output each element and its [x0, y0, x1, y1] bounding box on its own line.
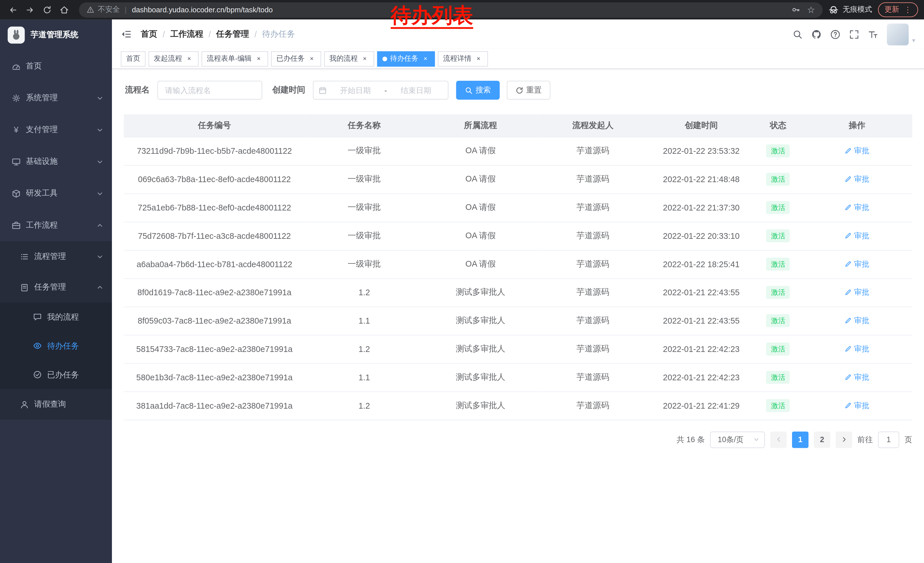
tab-todo-tasks[interactable]: 待办任务 × — [377, 51, 435, 66]
cell-status: 激活 — [754, 193, 802, 222]
user-icon — [20, 400, 29, 409]
approve-link[interactable]: 审批 — [845, 259, 869, 269]
fullscreen-icon[interactable] — [849, 29, 859, 39]
browser-update-button[interactable]: 更新 ⋮ — [878, 2, 918, 17]
reset-button[interactable]: 重置 — [507, 81, 550, 100]
cell-task-id: 725a1eb6-7b88-11ec-8ef0-acde48001122 — [124, 193, 305, 222]
update-label: 更新 — [885, 5, 899, 15]
top-navbar: 首页 / 工作流程 / 任务管理 / 待办任务 ▾ — [112, 20, 924, 49]
end-date-input[interactable] — [389, 86, 442, 95]
table-row: 725a1eb6-7b88-11ec-8ef0-acde48001122 一级审… — [124, 193, 912, 222]
cell-task-id: 381aa1dd-7ac8-11ec-a9e2-a2380e71991a — [124, 392, 305, 420]
close-icon[interactable]: × — [255, 54, 263, 63]
browser-forward-button[interactable] — [23, 3, 37, 17]
font-size-icon[interactable] — [868, 29, 878, 39]
password-key-icon[interactable] — [791, 6, 800, 14]
start-date-input[interactable] — [329, 86, 382, 95]
close-icon[interactable]: × — [474, 54, 483, 63]
url-text: dashboard.yudao.iocoder.cn/bpm/task/todo — [132, 6, 273, 14]
tab-start-process[interactable]: 发起流程 × — [148, 51, 199, 66]
help-icon[interactable] — [830, 29, 840, 39]
chevron-down-icon — [97, 95, 104, 101]
browser-home-button[interactable] — [57, 3, 71, 17]
approve-link[interactable]: 审批 — [845, 287, 869, 298]
approve-link[interactable]: 审批 — [845, 372, 869, 383]
cell-task-id: 580e1b3d-7ac8-11ec-a9e2-a2380e71991a — [124, 363, 305, 392]
approve-link[interactable]: 审批 — [845, 315, 869, 326]
cell-action: 审批 — [802, 250, 912, 278]
user-menu-caret-icon[interactable]: ▾ — [912, 37, 915, 44]
process-name-label: 流程名 — [125, 85, 149, 95]
sidebar-item-done-task[interactable]: 已办任务 — [0, 360, 112, 389]
page-size-select[interactable]: 10条/页 — [710, 431, 765, 448]
sidebar-item-devtools[interactable]: 研发工具 — [0, 177, 112, 209]
sidebar-toggle-icon[interactable] — [121, 29, 131, 39]
sidebar-item-task-mgmt[interactable]: 任务管理 — [0, 272, 112, 302]
tab-process-detail[interactable]: 流程详情 × — [438, 51, 488, 66]
tab-my-processes[interactable]: 我的流程 × — [324, 51, 374, 66]
cell-initiator: 芋道源码 — [538, 307, 648, 335]
cell-process: OA 请假 — [423, 165, 538, 193]
process-name-input[interactable] — [158, 81, 262, 100]
close-icon[interactable]: × — [308, 54, 316, 63]
search-icon[interactable] — [793, 29, 802, 39]
prev-page-button[interactable] — [770, 431, 787, 448]
approve-link-label: 审批 — [854, 259, 870, 269]
breadcrumb-home[interactable]: 首页 — [141, 29, 158, 39]
page-button-1[interactable]: 1 — [792, 431, 808, 448]
sidebar-item-home[interactable]: 首页 — [0, 50, 112, 82]
approve-link[interactable]: 审批 — [845, 202, 869, 213]
sidebar-item-system[interactable]: 系统管理 — [0, 82, 112, 114]
logo[interactable]: 芋道管理系统 — [0, 20, 112, 50]
sidebar-item-leave-query[interactable]: 请假查询 — [0, 389, 112, 420]
tab-home[interactable]: 首页 — [121, 51, 146, 66]
workflow-submenu: 流程管理 任务管理 我的流程 待办任务 — [0, 241, 112, 420]
sidebar-item-infra[interactable]: 基础设施 — [0, 146, 112, 177]
close-icon[interactable]: × — [185, 54, 193, 63]
browser-reload-button[interactable] — [40, 3, 54, 17]
cell-task-name: 一级审批 — [305, 193, 423, 222]
sidebar-item-payment[interactable]: ¥ 支付管理 — [0, 114, 112, 146]
github-icon[interactable] — [812, 29, 822, 39]
list-icon — [20, 252, 29, 261]
close-icon[interactable]: × — [422, 54, 430, 63]
sidebar-item-label: 请假查询 — [34, 399, 66, 410]
approve-link[interactable]: 审批 — [845, 231, 869, 241]
breadcrumb: 首页 / 工作流程 / 任务管理 / 待办任务 — [141, 29, 295, 39]
approve-link[interactable]: 审批 — [845, 400, 869, 411]
page-unit-label: 页 — [904, 434, 912, 445]
incognito-badge: 无痕模式 — [828, 5, 872, 15]
tab-label: 发起流程 — [154, 54, 182, 63]
column-header-task-name: 任务名称 — [305, 114, 423, 137]
page-button-2[interactable]: 2 — [814, 431, 830, 448]
cell-status: 激活 — [754, 278, 802, 307]
filter-bar: 流程名 创建时间 - 搜索 重置 — [125, 81, 912, 100]
approve-link[interactable]: 审批 — [845, 174, 869, 185]
sidebar-item-todo-task[interactable]: 待办任务 — [0, 331, 112, 360]
cell-process: 测试多审批人 — [423, 392, 538, 420]
status-badge: 激活 — [766, 258, 790, 270]
search-button[interactable]: 搜索 — [456, 81, 500, 100]
close-icon[interactable]: × — [361, 54, 369, 63]
sidebar-item-my-process[interactable]: 我的流程 — [0, 302, 112, 331]
browser-back-button[interactable] — [6, 3, 20, 17]
tab-form-edit[interactable]: 流程表单-编辑 × — [201, 51, 268, 66]
cell-created: 2022-01-21 22:42:23 — [648, 363, 754, 392]
column-header-process: 所属流程 — [423, 114, 538, 137]
approve-link[interactable]: 审批 — [845, 344, 869, 354]
bookmark-star-icon[interactable]: ☆ — [807, 6, 815, 14]
edit-icon — [845, 261, 852, 268]
sidebar-item-label: 待办任务 — [47, 341, 79, 351]
sidebar-item-process-mgmt[interactable]: 流程管理 — [0, 241, 112, 272]
browser-menu-icon[interactable]: ⋮ — [904, 6, 912, 14]
next-page-button[interactable] — [836, 431, 852, 448]
approve-link[interactable]: 审批 — [845, 146, 869, 156]
breadcrumb-workflow[interactable]: 工作流程 — [170, 29, 203, 39]
goto-page-input[interactable] — [878, 431, 899, 448]
tab-done-tasks[interactable]: 已办任务 × — [271, 51, 321, 66]
user-avatar[interactable] — [887, 23, 909, 45]
date-range-picker[interactable]: - — [313, 81, 448, 100]
breadcrumb-task-mgmt[interactable]: 任务管理 — [216, 29, 249, 39]
cell-process: OA 请假 — [423, 137, 538, 165]
sidebar-item-workflow[interactable]: 工作流程 — [0, 209, 112, 241]
